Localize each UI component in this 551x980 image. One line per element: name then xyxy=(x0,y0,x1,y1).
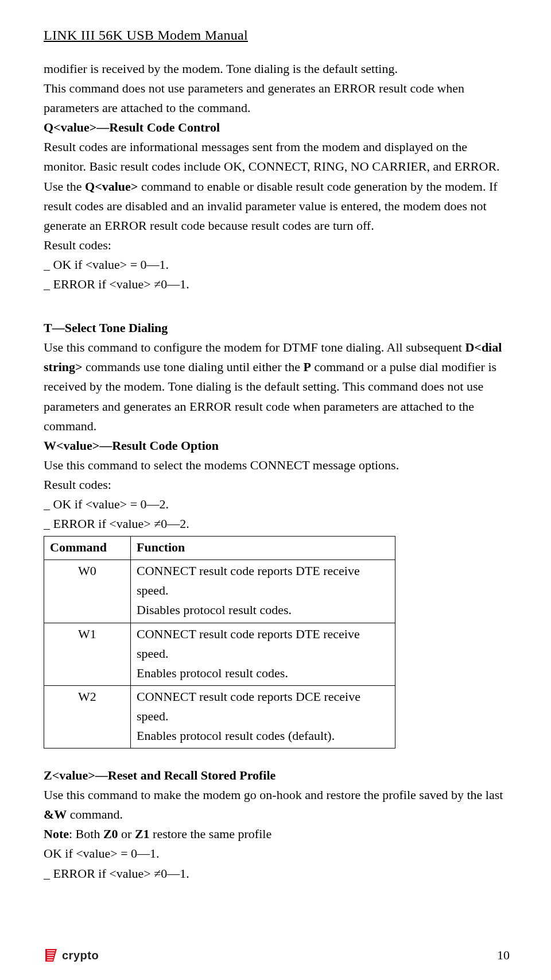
q-rc-label: Result codes: xyxy=(44,236,510,255)
t-body-d: P xyxy=(303,360,311,374)
para-modifier-2: This command does not use parameters and… xyxy=(44,79,510,118)
fn-line1: CONNECT result code reports DCE receive … xyxy=(137,689,360,723)
para-modifier-1: modifier is received by the modem. Tone … xyxy=(44,59,510,79)
cell-cmd: W1 xyxy=(44,623,131,685)
fn-line2: Enables protocol result codes. xyxy=(137,666,288,680)
w-body: Use this command to select the modems CO… xyxy=(44,456,510,475)
t-heading: T—Select Tone Dialing xyxy=(44,318,510,338)
z-note: Note: Both Z0 or Z1 restore the same pro… xyxy=(44,824,510,844)
t-body: Use this command to configure the modem … xyxy=(44,338,510,435)
z-note-a: Note xyxy=(44,827,69,841)
page-number: 10 xyxy=(497,948,510,963)
doc-header: LINK III 56K USB Modem Manual xyxy=(44,28,510,43)
col-command: Command xyxy=(44,537,131,560)
z-note-c: Z0 xyxy=(103,827,118,841)
w-rc-label: Result codes: xyxy=(44,475,510,495)
cell-cmd: W2 xyxy=(44,685,131,748)
fn-line2: Enables protocol result codes (default). xyxy=(137,728,335,743)
z-err: _ ERROR if <value> ≠0—1. xyxy=(44,864,510,883)
q-rc-ok: _ OK if <value> = 0—1. xyxy=(44,255,510,275)
cell-fn: CONNECT result code reports DCE receive … xyxy=(131,685,395,748)
brand-logo: crypto xyxy=(44,948,99,963)
z-body-a: Use this command to make the modem go on… xyxy=(44,788,503,802)
col-function: Function xyxy=(131,537,395,560)
w-rc-ok: _ OK if <value> = 0—2. xyxy=(44,495,510,514)
q-heading: Q<value>—Result Code Control xyxy=(44,118,510,137)
cell-cmd: W0 xyxy=(44,560,131,623)
q-rc-err: _ ERROR if <value> ≠0—1. xyxy=(44,275,510,294)
t-body-a: Use this command to configure the modem … xyxy=(44,340,465,354)
z-heading: Z<value>—Reset and Recall Stored Profile xyxy=(44,766,510,785)
table-header-row: Command Function xyxy=(44,537,395,560)
z-note-d: or xyxy=(118,827,135,841)
table-row: W0 CONNECT result code reports DTE recei… xyxy=(44,560,395,623)
z-body-b: &W xyxy=(44,807,67,821)
z-note-e: Z1 xyxy=(135,827,150,841)
t-body-c: commands use tone dialing until either t… xyxy=(83,360,304,374)
cell-fn: CONNECT result code reports DTE receive … xyxy=(131,623,395,685)
body: modifier is received by the modem. Tone … xyxy=(44,59,510,883)
w-heading: W<value>—Result Code Option xyxy=(44,436,510,456)
crypto-mark-icon xyxy=(44,948,59,963)
footer: crypto 10 xyxy=(44,948,510,963)
z-ok: OK if <value> = 0—1. xyxy=(44,844,510,863)
fn-line2: Disables protocol result codes. xyxy=(137,603,292,617)
w-rc-err: _ ERROR if <value> ≠0—2. xyxy=(44,514,510,534)
brand-name: crypto xyxy=(62,949,99,962)
w-table: Command Function W0 CONNECT result code … xyxy=(44,536,395,748)
fn-line1: CONNECT result code reports DTE receive … xyxy=(137,627,360,661)
z-note-b: : Both xyxy=(69,827,103,841)
cell-fn: CONNECT result code reports DTE receive … xyxy=(131,560,395,623)
fn-line1: CONNECT result code reports DTE receive … xyxy=(137,564,360,597)
z-body: Use this command to make the modem go on… xyxy=(44,785,510,824)
q-body-b: Q<value> xyxy=(85,179,138,194)
table-row: W1 CONNECT result code reports DTE recei… xyxy=(44,623,395,685)
q-body: Result codes are informational messages … xyxy=(44,137,510,235)
z-body-c: command. xyxy=(67,807,123,821)
table-row: W2 CONNECT result code reports DCE recei… xyxy=(44,685,395,748)
z-note-f: restore the same profile xyxy=(150,827,272,841)
